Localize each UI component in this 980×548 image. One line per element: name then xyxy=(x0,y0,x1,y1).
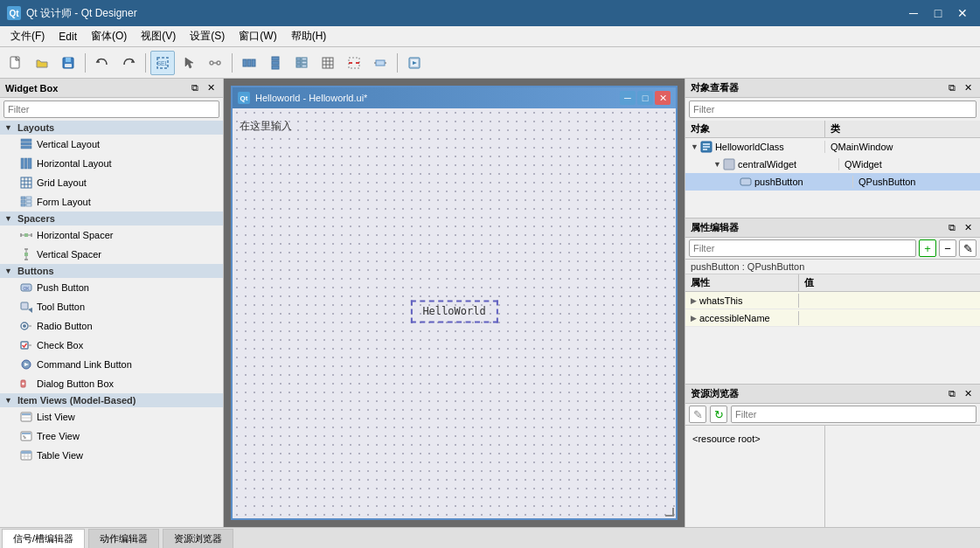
category-item-views[interactable]: ▼ Item Views (Model-Based) xyxy=(0,393,223,407)
prop-row-1[interactable]: ▶ accessibleName xyxy=(685,309,980,327)
property-edit-btn[interactable]: ✎ xyxy=(959,239,977,257)
resource-filter[interactable] xyxy=(731,406,977,423)
widget-table-view[interactable]: Table View xyxy=(0,446,223,465)
category-buttons[interactable]: ▼ Buttons xyxy=(0,264,223,278)
widget-tool-button[interactable]: Tool Button xyxy=(0,297,223,316)
prop-val-0[interactable] xyxy=(799,299,980,302)
tab-resources[interactable]: 资源浏览器 xyxy=(163,529,233,548)
toolbar-connect[interactable] xyxy=(203,51,227,75)
toolbar-select[interactable]: SEL xyxy=(150,51,175,75)
toolbar-layout-grid[interactable] xyxy=(316,51,340,75)
widget-check-box[interactable]: Check Box xyxy=(0,336,223,355)
toolbar: SEL xyxy=(0,47,980,79)
object-inspector-float[interactable]: ⧉ xyxy=(945,81,959,95)
form-layout-icon xyxy=(19,195,33,209)
toolbar-undo[interactable] xyxy=(90,51,115,75)
obj-col-obj-header: 对象 xyxy=(685,121,825,137)
toolbar-adjust-size[interactable] xyxy=(368,51,393,75)
obj-row-2[interactable]: pushButton QPushButton xyxy=(685,173,980,191)
object-inspector-close[interactable]: ✕ xyxy=(961,81,975,95)
prop-val-1[interactable] xyxy=(799,316,980,320)
widget-dialog-button-box[interactable]: Dialog Button Box xyxy=(0,374,223,393)
widget-box-float[interactable]: ⧉ xyxy=(188,81,202,95)
title-bar-text: Qt 设计师 - Qt Designer xyxy=(26,6,903,21)
widget-vertical-layout[interactable]: Vertical Layout xyxy=(0,135,223,154)
toolbar-open[interactable] xyxy=(30,51,54,75)
toolbar-layout-v[interactable] xyxy=(263,51,288,75)
title-bar-controls: ─ □ ✕ xyxy=(903,4,973,22)
toolbar-break-layout[interactable] xyxy=(342,51,366,75)
menu-file[interactable]: 文件(F) xyxy=(3,26,52,46)
resource-edit-btn[interactable]: ✎ xyxy=(689,406,706,423)
form-close-btn[interactable]: ✕ xyxy=(655,91,671,105)
form-content[interactable]: 在这里输入 HelloWorld xyxy=(233,108,676,518)
property-remove-btn[interactable]: − xyxy=(939,239,956,257)
widget-list-view[interactable]: List View xyxy=(0,407,223,427)
prop-row-0[interactable]: ▶ whatsThis xyxy=(685,292,980,309)
svg-marker-63 xyxy=(28,308,32,313)
toolbar-redo[interactable] xyxy=(116,51,141,75)
widget-horizontal-spacer[interactable]: Horizontal Spacer xyxy=(0,225,223,245)
table-view-label: Table View xyxy=(37,450,83,461)
menu-windowmenu[interactable]: 窗口(W) xyxy=(232,26,283,46)
property-table: 属性 值 ▶ whatsThis ▶ accessibleName xyxy=(685,274,980,384)
category-spacers[interactable]: ▼ Spacers xyxy=(0,212,223,225)
resource-refresh-btn[interactable]: ↻ xyxy=(710,406,727,423)
menu-edit[interactable]: Edit xyxy=(52,26,84,46)
menu-settings[interactable]: 设置(S) xyxy=(183,26,232,46)
toolbar-layout-h[interactable] xyxy=(237,51,261,75)
svg-rect-3 xyxy=(65,64,72,67)
resource-browser-float[interactable]: ⧉ xyxy=(945,387,959,401)
close-button[interactable]: ✕ xyxy=(952,4,973,22)
widget-push-button[interactable]: OK Push Button xyxy=(0,278,223,297)
obj-row-0[interactable]: ▼ HelloworldClass QMainWindow xyxy=(685,138,980,156)
resource-root-item[interactable]: <resource root> xyxy=(689,429,821,448)
object-inspector-filter[interactable] xyxy=(689,101,977,118)
widget-command-link-button[interactable]: Command Link Button xyxy=(0,355,223,374)
obj-name-text-1: centralWidget xyxy=(738,159,796,170)
property-filter[interactable] xyxy=(689,239,916,257)
toolbar-save[interactable] xyxy=(56,51,80,75)
toolbar-sep-4 xyxy=(397,53,398,73)
obj-row-1[interactable]: ▼ centralWidget QWidget xyxy=(685,156,980,173)
obj-name-2: pushButton xyxy=(713,176,853,188)
maximize-button[interactable]: □ xyxy=(928,4,949,22)
toolbar-new[interactable] xyxy=(3,51,28,75)
widget-grid-layout[interactable]: Grid Layout xyxy=(0,173,223,192)
widget-radio-button[interactable]: Radio Button xyxy=(0,316,223,336)
widget-form-layout[interactable]: Form Layout xyxy=(0,192,223,212)
menu-view[interactable]: 视图(V) xyxy=(134,26,183,46)
prop-name-0: ▶ whatsThis xyxy=(685,294,799,308)
menu-window[interactable]: 窗体(O) xyxy=(84,26,134,46)
widget-vertical-spacer[interactable]: Vertical Spacer xyxy=(0,245,223,264)
dialog-button-box-icon xyxy=(19,377,33,391)
property-add-btn[interactable]: + xyxy=(919,239,936,257)
form-maximize-btn[interactable]: □ xyxy=(637,91,653,105)
category-layouts[interactable]: ▼ Layouts xyxy=(0,121,223,135)
menu-help[interactable]: 帮助(H) xyxy=(284,26,334,46)
property-editor-close[interactable]: ✕ xyxy=(961,221,975,235)
widget-horizontal-layout[interactable]: Horizontal Layout xyxy=(0,154,223,173)
svg-rect-50 xyxy=(21,204,25,206)
widget-box-close[interactable]: ✕ xyxy=(204,81,218,95)
property-editor-float[interactable]: ⧉ xyxy=(945,221,959,235)
form-resize-handle[interactable] xyxy=(665,508,674,517)
svg-rect-59 xyxy=(24,253,28,256)
form-minimize-btn[interactable]: ─ xyxy=(620,91,636,105)
toolbar-pointer[interactable] xyxy=(177,51,201,75)
app-icon: Qt xyxy=(7,6,21,20)
svg-rect-19 xyxy=(296,65,301,67)
minimize-button[interactable]: ─ xyxy=(903,4,924,22)
widget-box-filter[interactable] xyxy=(3,101,219,118)
tab-signals[interactable]: 信号/槽编辑器 xyxy=(2,529,85,548)
widget-tree-view[interactable]: Tree View xyxy=(0,427,223,446)
resource-content: <resource root> xyxy=(685,426,980,527)
svg-rect-94 xyxy=(740,178,751,185)
resource-browser-close[interactable]: ✕ xyxy=(961,387,975,401)
toolbar-layout-form[interactable] xyxy=(289,51,314,75)
hello-world-widget[interactable]: HelloWorld xyxy=(410,300,497,323)
svg-rect-14 xyxy=(272,66,279,69)
toolbar-preview[interactable] xyxy=(402,51,427,75)
object-table-header: 对象 类 xyxy=(685,121,980,138)
tab-actions[interactable]: 动作编辑器 xyxy=(88,529,159,548)
